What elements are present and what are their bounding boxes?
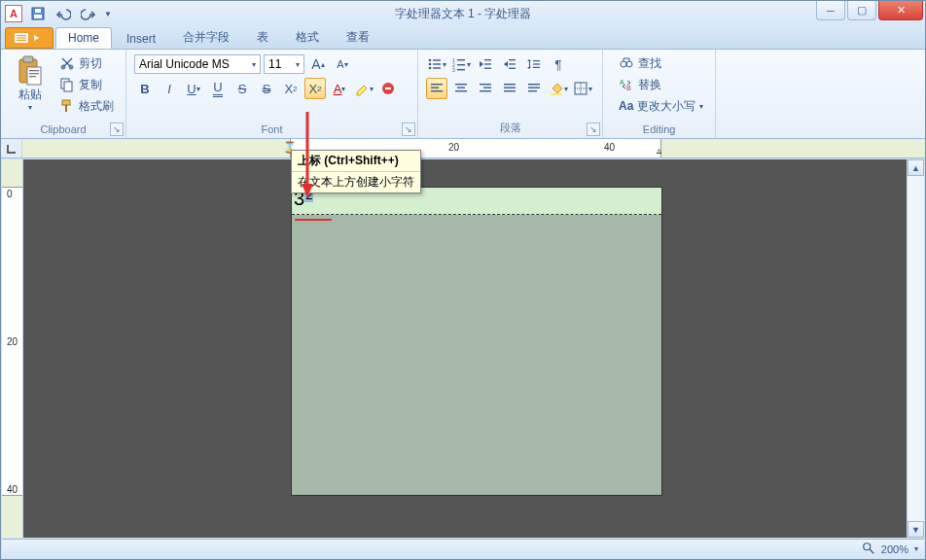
clipboard-launcher[interactable]: ↘ (110, 122, 124, 136)
svg-rect-16 (64, 82, 72, 91)
zoom-icon[interactable] (862, 542, 875, 557)
double-underline-button[interactable]: U (207, 78, 229, 99)
font-launcher[interactable]: ↘ (402, 122, 415, 136)
svg-rect-25 (433, 67, 441, 68)
scroll-up-button[interactable]: ▲ (908, 159, 924, 176)
font-name-combo[interactable]: Arial Unicode MS ▾ (134, 54, 261, 74)
svg-text:1: 1 (452, 57, 455, 63)
tab-merge-fields[interactable]: 合并字段 (170, 25, 242, 49)
find-label: 查找 (638, 55, 661, 72)
tab-home[interactable]: Home (55, 27, 112, 49)
maximize-button[interactable]: ▢ (847, 1, 876, 20)
paste-button[interactable]: 粘贴 ▾ (9, 53, 52, 114)
app-window: A ▼ 字处理器文本 1 - 字处理器 ─ ▢ ✕ Home Insert 合并… (0, 0, 926, 560)
close-button[interactable]: ✕ (878, 1, 923, 20)
tab-format[interactable]: 格式 (283, 25, 332, 49)
vertical-ruler[interactable]: 0 20 40 (2, 159, 23, 538)
format-painter-button[interactable]: 格式刷 (55, 96, 118, 116)
outdent-icon (478, 56, 493, 72)
borders-button[interactable]: ▾ (572, 78, 593, 99)
font-color-button[interactable]: A▾ (329, 78, 350, 99)
chevron-down-icon: ▾ (28, 103, 32, 112)
file-menu-button[interactable] (5, 27, 53, 49)
tab-view[interactable]: 查看 (334, 25, 382, 49)
strikethrough-button[interactable]: S (232, 78, 253, 99)
svg-rect-32 (484, 59, 491, 60)
grow-font-button[interactable]: A▴ (307, 53, 329, 75)
svg-rect-41 (533, 67, 540, 68)
group-editing: 查找 AB 替换 Aa 更改大小写 ▾ Editing (603, 50, 716, 138)
shrink-font-button[interactable]: A▾ (332, 53, 353, 75)
tooltip-body: 在文本上方创建小字符 (292, 172, 420, 192)
bullets-button[interactable]: ▾ (426, 53, 447, 75)
increase-indent-button[interactable] (499, 53, 520, 75)
save-button[interactable] (28, 4, 48, 23)
titlebar: A ▼ 字处理器文本 1 - 字处理器 ─ ▢ ✕ (1, 1, 925, 26)
svg-rect-48 (480, 84, 491, 85)
qat-customize-icon[interactable]: ▼ (104, 10, 112, 18)
decrease-indent-button[interactable] (475, 53, 496, 75)
align-left-button[interactable] (426, 78, 447, 99)
font-size-combo[interactable]: 11 ▾ (264, 54, 304, 74)
bold-button[interactable]: B (134, 78, 156, 99)
ruler-right-margin-icon[interactable]: ▵ (657, 145, 661, 156)
horizontal-ruler[interactable]: ⌛ 20 40 ▵ (22, 139, 925, 158)
line-spacing-button[interactable] (523, 53, 545, 75)
svg-rect-4 (17, 35, 26, 36)
minimize-button[interactable]: ─ (816, 1, 845, 20)
numbering-button[interactable]: 123▾ (450, 53, 472, 75)
svg-rect-53 (504, 90, 516, 91)
shading-button[interactable]: ▾ (548, 78, 569, 99)
change-case-button[interactable]: Aa 更改大小写 ▾ (615, 96, 707, 116)
indent-icon (502, 56, 517, 72)
distribute-button[interactable] (523, 78, 545, 99)
cut-button[interactable]: 剪切 (55, 53, 118, 73)
vruler-tick: 40 (7, 484, 18, 495)
magnifier-icon (862, 542, 875, 555)
underline-button[interactable]: U▾ (183, 78, 204, 99)
svg-rect-2 (35, 9, 41, 13)
page[interactable]: 32 (291, 187, 662, 496)
clear-formatting-button[interactable] (377, 78, 399, 99)
highlight-button[interactable]: ▾ (353, 78, 374, 99)
align-right-button[interactable] (475, 78, 496, 99)
italic-button[interactable]: I (159, 78, 180, 99)
tab-insert[interactable]: Insert (114, 28, 168, 49)
file-menu-icon (15, 32, 44, 44)
svg-point-65 (864, 542, 871, 549)
tab-table[interactable]: 表 (244, 25, 281, 49)
redo-button[interactable] (79, 4, 98, 23)
undo-button[interactable] (53, 4, 73, 23)
scroll-down-button[interactable]: ▼ (908, 521, 924, 538)
align-center-icon (453, 81, 469, 96)
double-strikethrough-button[interactable]: S (256, 78, 277, 99)
paste-label: 粘贴 (18, 87, 42, 103)
show-marks-button[interactable]: ¶ (548, 53, 569, 75)
ruler-corner[interactable] (1, 139, 22, 158)
justify-button[interactable] (499, 78, 520, 99)
zoom-dropdown-icon[interactable]: ▾ (914, 544, 918, 553)
subscript-button[interactable]: X2 (280, 78, 302, 99)
superscript-button[interactable]: X2 (304, 78, 326, 99)
align-right-icon (478, 81, 493, 96)
group-editing-label: Editing (611, 122, 707, 136)
zoom-value[interactable]: 200% (881, 543, 908, 555)
copy-button[interactable]: 复制 (55, 75, 118, 94)
find-button[interactable]: 查找 (615, 53, 707, 73)
replace-button[interactable]: AB 替换 (615, 75, 707, 94)
paragraph-launcher[interactable]: ↘ (587, 122, 600, 136)
change-case-label: 更改大小写 (637, 98, 695, 115)
font-size-value: 11 (268, 57, 281, 71)
svg-rect-12 (29, 76, 36, 77)
vertical-scrollbar[interactable]: ▲ ▼ (907, 159, 924, 538)
document-canvas[interactable]: 32 (23, 159, 907, 538)
scroll-track[interactable] (908, 176, 924, 521)
app-icon[interactable]: A (5, 5, 22, 22)
align-center-button[interactable] (450, 78, 472, 99)
cut-label: 剪切 (79, 55, 102, 72)
tooltip-title: 上标 (Ctrl+Shift++) (292, 151, 420, 172)
copy-icon (59, 77, 75, 92)
svg-rect-29 (457, 64, 465, 65)
svg-rect-50 (480, 90, 491, 91)
ruler-tick: 40 (604, 142, 615, 153)
